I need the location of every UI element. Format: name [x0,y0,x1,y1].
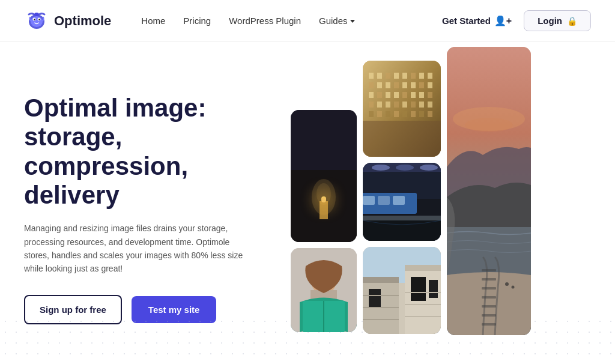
svg-rect-83 [363,319,399,320]
svg-rect-48 [411,102,416,108]
svg-rect-80 [429,280,438,298]
svg-rect-93 [482,269,496,271]
svg-rect-23 [402,73,407,79]
svg-point-91 [505,282,509,286]
svg-rect-84 [405,292,441,293]
svg-rect-45 [386,102,390,108]
svg-point-89 [465,118,513,132]
svg-rect-97 [482,305,496,308]
hero-image-train-station [363,163,441,241]
person-plus-icon: 👤+ [494,15,512,26]
svg-rect-20 [377,73,382,79]
svg-rect-76 [363,277,399,283]
svg-rect-44 [377,102,382,108]
svg-rect-50 [428,102,432,108]
svg-point-5 [38,19,40,20]
svg-rect-33 [419,82,424,88]
svg-rect-49 [419,102,424,108]
svg-rect-30 [394,82,399,88]
svg-rect-81 [363,295,399,296]
svg-rect-36 [377,92,382,98]
svg-rect-21 [386,73,390,79]
hero-section: Optimal image: storage, compression, del… [0,42,615,364]
svg-rect-96 [482,296,496,299]
svg-rect-71 [363,220,441,241]
login-button[interactable]: Login 🔒 [524,10,591,31]
header-actions: Get Started 👤+ Login 🔒 [442,10,591,31]
svg-rect-77 [405,265,441,271]
logo[interactable]: Optimole [24,8,111,34]
svg-rect-79 [411,277,426,301]
image-column-2 [363,61,441,334]
svg-point-63 [372,165,390,171]
svg-rect-55 [402,111,407,117]
svg-rect-99 [482,323,496,326]
logo-text: Optimole [54,13,111,29]
svg-rect-54 [394,111,399,117]
svg-rect-70 [363,216,441,220]
svg-rect-67 [363,196,375,205]
svg-rect-34 [428,82,432,88]
hero-content: Optimal image: storage, compression, del… [24,82,300,324]
svg-rect-41 [419,92,424,98]
hero-subtitle: Managing and resizing image files drains… [24,222,252,276]
chevron-down-icon [350,20,355,23]
hero-image-person-flashlight [291,110,357,242]
svg-rect-98 [482,314,496,317]
svg-rect-57 [419,111,424,117]
svg-rect-25 [419,73,424,79]
svg-rect-68 [378,196,390,205]
lock-icon: 🔒 [567,16,577,26]
svg-rect-47 [402,102,407,108]
svg-rect-78 [369,289,381,307]
svg-rect-37 [386,92,390,98]
svg-rect-32 [411,82,416,88]
svg-point-12 [317,183,331,205]
svg-rect-19 [369,73,374,79]
svg-rect-27 [369,82,374,88]
hero-image-architecture [363,247,441,334]
image-column-3 [447,47,531,335]
svg-rect-22 [394,73,399,79]
svg-rect-58 [428,111,432,117]
hero-title: Optimal image: storage, compression, del… [24,94,276,210]
nav-home[interactable]: Home [141,16,165,26]
svg-rect-35 [369,92,374,98]
nav-wordpress[interactable]: WordPress Plugin [229,16,301,26]
svg-rect-31 [402,82,407,88]
svg-rect-28 [377,82,382,88]
svg-rect-29 [386,82,390,88]
svg-point-4 [34,19,35,20]
nav-pricing[interactable]: Pricing [183,16,211,26]
nav-guides[interactable]: Guides [319,16,355,26]
svg-rect-42 [428,92,432,98]
svg-rect-38 [394,92,399,98]
hero-image-coastal [447,47,531,335]
svg-rect-86 [405,316,441,317]
get-started-button[interactable]: Get Started 👤+ [442,15,512,26]
svg-rect-94 [482,278,496,281]
svg-point-64 [396,165,414,171]
svg-rect-59 [363,121,441,157]
svg-rect-39 [402,92,407,98]
svg-rect-85 [405,304,441,305]
logo-icon [24,8,49,34]
svg-rect-56 [411,111,416,117]
svg-rect-53 [386,111,390,117]
site-header: Optimole Home Pricing WordPress Plugin G… [0,0,615,42]
svg-rect-95 [482,287,496,290]
svg-rect-46 [394,102,399,108]
svg-point-65 [420,165,438,171]
svg-point-6 [34,13,39,16]
hero-image-grid [291,42,615,364]
svg-rect-24 [411,73,416,79]
hero-image-woman-reading [291,248,357,332]
svg-rect-51 [369,111,374,117]
svg-rect-82 [363,307,399,308]
svg-rect-69 [393,196,405,205]
svg-rect-43 [369,102,374,108]
svg-point-92 [512,286,515,289]
hero-image-building [363,61,441,157]
image-column-1 [291,110,357,332]
main-nav: Home Pricing WordPress Plugin Guides [141,16,442,26]
